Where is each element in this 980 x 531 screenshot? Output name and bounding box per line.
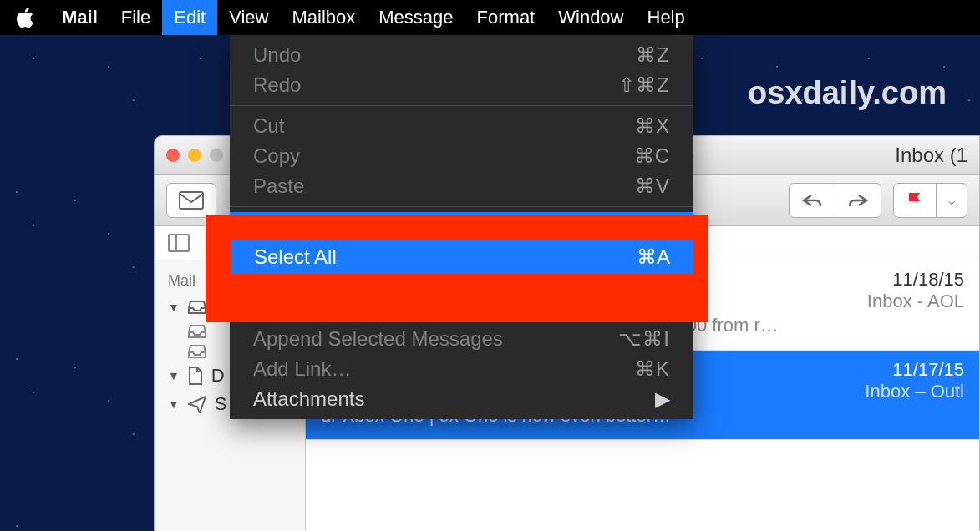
- document-icon: [188, 367, 203, 385]
- menu-file[interactable]: File: [109, 0, 162, 35]
- message-mailbox: Inbox - AOL: [867, 291, 964, 312]
- disclosure-triangle-icon[interactable]: ▼: [168, 397, 180, 411]
- inbox-icon: [188, 301, 206, 314]
- flag-dropdown-button[interactable]: ⌵: [936, 184, 967, 217]
- menu-window[interactable]: Window: [546, 0, 635, 35]
- menu-item-copy: Copy⌘C: [230, 141, 693, 171]
- apple-menu-icon[interactable]: [17, 8, 35, 28]
- mailbox-icon: [188, 345, 206, 358]
- menu-item-shortcut: ⇧⌘Z: [618, 73, 670, 97]
- menu-mailbox[interactable]: Mailbox: [280, 0, 367, 35]
- sidebar-item-label: S: [215, 393, 227, 415]
- close-window-button[interactable]: [166, 149, 180, 162]
- minimize-window-button[interactable]: [188, 149, 201, 162]
- menu-item-label: Undo: [253, 43, 636, 67]
- menu-item-label: Add Link…: [253, 357, 635, 381]
- menu-item-label: Attachments: [253, 387, 655, 411]
- highlight-callout: Select All ⌘A: [206, 215, 708, 322]
- menu-item-shortcut: ⌘V: [635, 174, 670, 198]
- window-traffic-lights: [166, 149, 223, 162]
- system-menubar: MailFileEditViewMailboxMessageFormatWind…: [0, 0, 980, 35]
- menu-edit[interactable]: Edit: [162, 0, 217, 35]
- message-date: 11/18/15: [892, 269, 964, 291]
- menu-item-shortcut: ⌘Z: [636, 43, 670, 67]
- disclosure-triangle-icon[interactable]: ▼: [168, 301, 180, 314]
- menu-view[interactable]: View: [217, 0, 280, 35]
- flag-group: ⌵: [893, 183, 967, 218]
- menu-item-append-selected-messages: Append Selected Messages⌥⌘I: [230, 324, 693, 354]
- reply-button[interactable]: [790, 184, 835, 217]
- menu-help[interactable]: Help: [636, 0, 697, 35]
- menu-item-label: Paste: [253, 174, 635, 198]
- get-mail-button[interactable]: [166, 183, 216, 218]
- menu-message[interactable]: Message: [367, 0, 465, 35]
- disclosure-triangle-icon[interactable]: ▼: [168, 369, 180, 382]
- menu-separator: [230, 206, 693, 207]
- zoom-window-button[interactable]: [210, 149, 223, 162]
- menu-item-shortcut: ⌘C: [634, 144, 670, 168]
- menu-item-shortcut: ⌘A: [637, 245, 670, 269]
- menu-item-paste: Paste⌘V: [230, 171, 693, 201]
- menu-item-select-all[interactable]: Select All ⌘A: [231, 240, 693, 274]
- menu-item-label: Cut: [253, 114, 635, 138]
- menu-item-shortcut: ⌥⌘I: [618, 327, 670, 351]
- menu-item-attachments[interactable]: Attachments▶: [230, 384, 693, 414]
- menu-item-undo: Undo⌘Z: [230, 40, 693, 70]
- flag-button[interactable]: [894, 184, 936, 217]
- menu-item-add-link-: Add Link…⌘K: [230, 354, 693, 384]
- watermark-text: osxdaily.com: [748, 75, 947, 111]
- sidebar-item-label: D: [211, 365, 225, 387]
- menu-item-shortcut: ⌘X: [635, 114, 670, 138]
- sidebar-toggle-icon[interactable]: [168, 234, 190, 252]
- menu-separator: [230, 105, 693, 106]
- menu-item-shortcut: ⌘K: [635, 357, 670, 381]
- menu-item-cut: Cut⌘X: [230, 111, 693, 141]
- menu-item-redo: Redo⇧⌘Z: [230, 70, 693, 100]
- svg-rect-0: [180, 192, 203, 209]
- window-title: Inbox (1: [895, 144, 967, 167]
- reply-group: [789, 183, 881, 218]
- sent-icon: [188, 395, 206, 413]
- message-date: 11/17/15: [892, 359, 964, 381]
- menu-format[interactable]: Format: [465, 0, 547, 35]
- forward-button[interactable]: [835, 184, 881, 217]
- menu-item-label: Copy: [253, 144, 634, 168]
- message-mailbox: Inbox – Outl: [865, 381, 964, 402]
- mailbox-icon: [188, 325, 206, 338]
- menu-item-label: Append Selected Messages: [253, 327, 618, 351]
- app-menu[interactable]: Mail: [50, 0, 109, 35]
- menu-item-label: Redo: [253, 73, 618, 97]
- submenu-arrow-icon: ▶: [655, 387, 670, 411]
- menu-item-label: Select All: [254, 245, 337, 269]
